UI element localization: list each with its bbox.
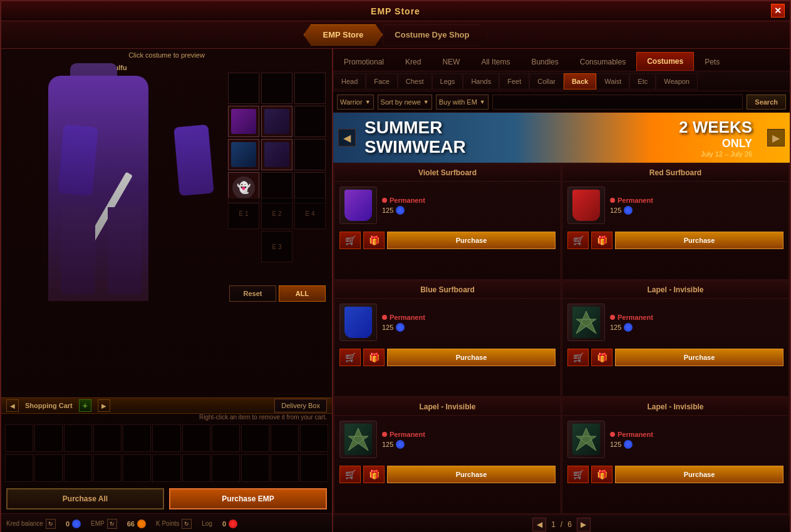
cart-prev-button[interactable]: ◀: [6, 399, 19, 412]
tab-costumes[interactable]: Costumes: [636, 52, 694, 71]
cart-button-violet[interactable]: 🛒: [339, 232, 361, 249]
tab-kred[interactable]: Kred: [395, 52, 432, 71]
equip-slot-6[interactable]: [294, 106, 326, 137]
tab-emp-store[interactable]: EMP Store: [304, 24, 383, 46]
cart-slot-22[interactable]: [300, 454, 328, 482]
banner-prev-arrow[interactable]: ◀: [338, 129, 356, 146]
purchase-emp-button[interactable]: Purchase EMP: [169, 488, 327, 509]
tab-costume-dye-shop[interactable]: Costume Dye Shop: [383, 24, 487, 46]
equip-slot-4[interactable]: [228, 106, 259, 137]
equip-slot-7[interactable]: [228, 139, 259, 170]
equip-slot-3[interactable]: [294, 73, 326, 104]
cart-button-red[interactable]: 🛒: [567, 232, 589, 249]
extra-slot-e4[interactable]: E 4: [294, 198, 326, 229]
tab-bundles[interactable]: Bundles: [520, 52, 569, 71]
type-tab-collar[interactable]: Collar: [529, 73, 564, 90]
cart-button-lapel-1[interactable]: 🛒: [567, 349, 589, 366]
close-button[interactable]: ✕: [771, 4, 785, 18]
gift-button-red[interactable]: 🎁: [591, 232, 613, 249]
cart-slot-15[interactable]: [93, 454, 121, 482]
cart-slot-7[interactable]: [182, 424, 210, 452]
banner-next-arrow[interactable]: ▶: [767, 129, 785, 146]
type-tab-etc[interactable]: Etc: [629, 73, 656, 90]
cart-button-lapel-2[interactable]: 🛒: [339, 466, 361, 483]
equip-slot-9[interactable]: [294, 139, 326, 170]
cart-slot-4[interactable]: [93, 424, 121, 452]
purchase-button-lapel-3[interactable]: Purchase: [615, 466, 783, 483]
purchase-button-violet[interactable]: Purchase: [387, 232, 556, 249]
cart-slot-21[interactable]: [271, 454, 299, 482]
cart-slot-20[interactable]: [241, 454, 269, 482]
extra-slot-e3[interactable]: E 3: [261, 231, 292, 262]
cart-slot-9[interactable]: [241, 424, 269, 452]
class-filter-select[interactable]: Warrior ▼: [337, 95, 374, 110]
cart-slot-10[interactable]: [271, 424, 299, 452]
cart-add-button[interactable]: +: [79, 399, 91, 412]
purchase-button-red[interactable]: Purchase: [615, 232, 783, 249]
cart-slot-17[interactable]: [152, 454, 180, 482]
cart-slot-6[interactable]: [152, 424, 180, 452]
cart-slot-2[interactable]: [34, 424, 63, 452]
cart-slot-18[interactable]: [182, 454, 210, 482]
cart-next-button[interactable]: ▶: [98, 399, 110, 412]
delivery-box-button[interactable]: Delivery Box: [274, 399, 327, 412]
type-tab-face[interactable]: Face: [366, 73, 397, 90]
gift-button-lapel-2[interactable]: 🎁: [363, 466, 385, 483]
item-thumb-red[interactable]: [567, 187, 605, 224]
kred-refresh-button[interactable]: ↻: [46, 519, 56, 529]
cart-slot-5[interactable]: [123, 424, 151, 452]
purchase-button-lapel-1[interactable]: Purchase: [615, 349, 783, 366]
equip-slot-1[interactable]: [228, 73, 259, 104]
cart-slot-12[interactable]: [5, 454, 33, 482]
cart-slot-13[interactable]: [34, 454, 63, 482]
type-tab-chest[interactable]: Chest: [398, 73, 432, 90]
equip-slot-2[interactable]: [261, 73, 292, 104]
equip-slot-5[interactable]: [261, 106, 292, 137]
kpoints-refresh-button[interactable]: ↻: [182, 519, 192, 529]
search-button[interactable]: Search: [747, 95, 786, 110]
buy-filter-select[interactable]: Buy with EM ▼: [436, 95, 489, 110]
cart-slot-11[interactable]: [300, 424, 328, 452]
page-prev-button[interactable]: ◀: [532, 518, 546, 531]
type-tab-weapon[interactable]: Weapon: [656, 73, 698, 90]
extra-slot-e2[interactable]: E 2: [261, 198, 292, 229]
item-thumb-lapel-1[interactable]: [567, 304, 605, 341]
cart-button-blue[interactable]: 🛒: [339, 349, 361, 366]
tab-new[interactable]: NEW: [432, 52, 470, 71]
tab-promotional[interactable]: Promotional: [333, 52, 395, 71]
type-tab-head[interactable]: Head: [333, 73, 366, 90]
tab-all-items[interactable]: All Items: [470, 52, 520, 71]
type-tab-feet[interactable]: Feet: [499, 73, 529, 90]
extra-slot-e1[interactable]: E 1: [228, 198, 259, 229]
cart-slot-1[interactable]: [5, 424, 33, 452]
cart-slot-3[interactable]: [64, 424, 92, 452]
type-tab-waist[interactable]: Waist: [596, 73, 629, 90]
purchase-button-blue[interactable]: Purchase: [387, 349, 556, 366]
type-tab-hands[interactable]: Hands: [463, 73, 499, 90]
item-thumb-lapel-2[interactable]: [339, 421, 377, 458]
sort-filter-select[interactable]: Sort by newe ▼: [378, 95, 432, 110]
item-thumb-violet[interactable]: [339, 187, 377, 224]
type-tab-legs[interactable]: Legs: [432, 73, 463, 90]
item-thumb-blue[interactable]: [339, 304, 377, 341]
item-thumb-lapel-3[interactable]: [567, 421, 605, 458]
cart-slot-19[interactable]: [212, 454, 240, 482]
cart-button-lapel-3[interactable]: 🛒: [567, 466, 589, 483]
cart-slot-16[interactable]: [123, 454, 151, 482]
gift-button-violet[interactable]: 🎁: [363, 232, 385, 249]
reset-button[interactable]: Reset: [229, 285, 276, 302]
cart-slot-14[interactable]: [64, 454, 92, 482]
purchase-button-lapel-2[interactable]: Purchase: [387, 466, 556, 483]
page-next-button[interactable]: ▶: [577, 518, 591, 531]
gift-button-lapel-3[interactable]: 🎁: [591, 466, 613, 483]
search-input[interactable]: [492, 95, 743, 110]
gift-button-lapel-1[interactable]: 🎁: [591, 349, 613, 366]
emp-refresh-button[interactable]: ↻: [107, 519, 117, 529]
gift-button-blue[interactable]: 🎁: [363, 349, 385, 366]
tab-consumables[interactable]: Consumables: [569, 52, 636, 71]
equip-slot-8[interactable]: [261, 139, 292, 170]
type-tab-back[interactable]: Back: [564, 73, 596, 90]
purchase-all-button[interactable]: Purchase All: [6, 488, 164, 509]
cart-slot-8[interactable]: [212, 424, 240, 452]
all-button[interactable]: ALL: [279, 285, 326, 302]
